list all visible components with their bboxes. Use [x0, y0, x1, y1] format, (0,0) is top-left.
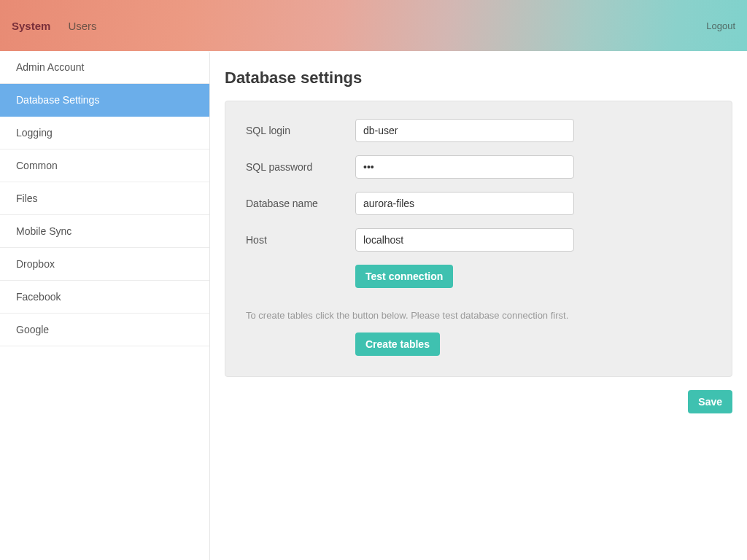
main-content: Database settings SQL login SQL password… [210, 51, 747, 560]
row-sql-login: SQL login [246, 119, 711, 142]
input-sql-password[interactable] [355, 155, 574, 179]
sidebar-item-admin-account[interactable]: Admin Account [0, 51, 209, 84]
nav-system[interactable]: System [12, 20, 50, 32]
top-header: System Users Logout [0, 0, 747, 51]
test-connection-row: Test connection [355, 265, 711, 288]
label-database-name: Database name [246, 198, 355, 209]
create-tables-button[interactable]: Create tables [355, 332, 440, 356]
label-sql-login: SQL login [246, 125, 355, 136]
label-host: Host [246, 234, 355, 246]
sidebar-item-files[interactable]: Files [0, 182, 209, 215]
sidebar-item-dropbox[interactable]: Dropbox [0, 248, 209, 281]
page-title: Database settings [225, 69, 732, 88]
sidebar-item-google[interactable]: Google [0, 314, 209, 346]
sidebar-item-database-settings[interactable]: Database Settings [0, 84, 209, 117]
sidebar-item-logging[interactable]: Logging [0, 117, 209, 149]
sidebar: Admin Account Database Settings Logging … [0, 51, 210, 560]
input-host[interactable] [355, 228, 574, 252]
input-database-name[interactable] [355, 192, 574, 215]
body: Admin Account Database Settings Logging … [0, 51, 747, 560]
row-host: Host [246, 228, 711, 252]
logout-link[interactable]: Logout [706, 20, 735, 31]
sidebar-item-facebook[interactable]: Facebook [0, 281, 209, 314]
nav-users[interactable]: Users [68, 20, 96, 32]
settings-panel: SQL login SQL password Database name Hos… [225, 101, 732, 377]
save-button[interactable]: Save [688, 390, 732, 413]
label-sql-password: SQL password [246, 161, 355, 173]
sidebar-item-mobile-sync[interactable]: Mobile Sync [0, 215, 209, 248]
sidebar-item-common[interactable]: Common [0, 149, 209, 182]
top-nav: System Users [12, 20, 97, 32]
input-sql-login[interactable] [355, 119, 574, 142]
row-database-name: Database name [246, 192, 711, 215]
test-connection-button[interactable]: Test connection [355, 265, 453, 288]
create-tables-row: Create tables [355, 332, 711, 356]
footer-actions: Save [225, 390, 732, 413]
create-tables-hint: To create tables click the button below.… [246, 310, 711, 321]
row-sql-password: SQL password [246, 155, 711, 179]
